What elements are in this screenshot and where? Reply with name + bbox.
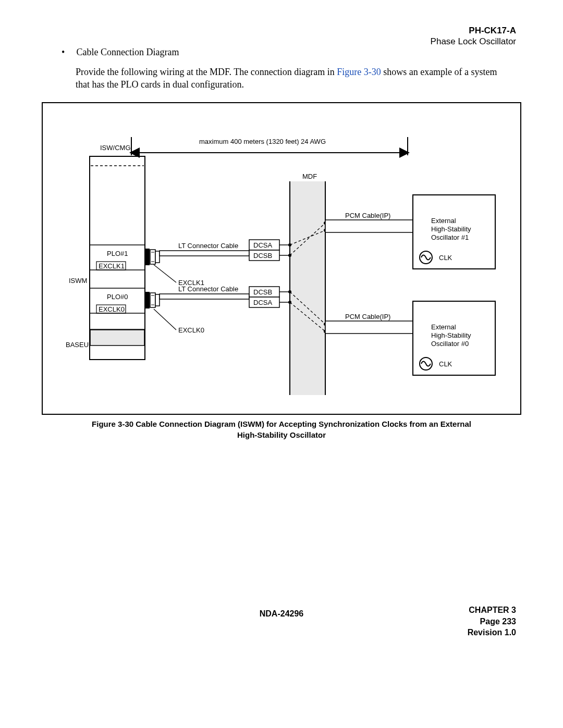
bullet-icon: • xyxy=(62,47,74,58)
plo0-label: PLO#0 xyxy=(107,293,128,301)
caption-line2: High-Stability Oscillator xyxy=(237,430,326,439)
exclk0-callout: EXCLK0 xyxy=(178,326,204,334)
svg-rect-18 xyxy=(155,294,160,306)
doc-code: PH-CK17-A xyxy=(431,25,516,36)
dcsb-1-label: DCSB xyxy=(253,252,272,260)
svg-point-36 xyxy=(288,243,291,246)
osc0-line1: External xyxy=(431,323,456,331)
osc0-line2: High-Stability xyxy=(431,331,471,339)
iswm-label: ISWM xyxy=(69,277,87,285)
osc1-line2: High-Stability xyxy=(431,225,471,233)
figure-frame: maximum 400 meters (1320 feet) 24 AWG IS… xyxy=(42,102,521,415)
svg-rect-16 xyxy=(145,292,150,309)
svg-rect-29 xyxy=(290,181,325,395)
footer-revision: Revision 1.0 xyxy=(468,627,516,638)
osc1-line3: Oscillator #1 xyxy=(431,233,469,241)
svg-rect-17 xyxy=(150,293,155,307)
svg-point-45 xyxy=(288,301,291,304)
mdf-label: MDF xyxy=(302,172,317,180)
dcsa-1-label: DCSA xyxy=(253,241,272,249)
isw-cmg-label: ISW/CMG xyxy=(100,144,131,152)
svg-rect-9 xyxy=(90,330,144,346)
connection-diagram: maximum 400 meters (1320 feet) 24 AWG IS… xyxy=(43,103,520,414)
baseu-label: BASEU xyxy=(66,341,89,349)
osc0-line3: Oscillator #0 xyxy=(431,340,469,348)
lt-connector-1 xyxy=(145,249,160,265)
footer-right: CHAPTER 3 Page 233 Revision 1.0 xyxy=(468,604,516,638)
pcm-cable-0-label: PCM Cable(IP) xyxy=(345,313,390,320)
osc1-clk-label: CLK xyxy=(439,254,452,262)
pcm-cable-1-label: PCM Cable(IP) xyxy=(345,212,390,219)
svg-rect-23 xyxy=(160,251,249,256)
figure-link[interactable]: Figure 3-30 xyxy=(337,67,381,77)
body-paragraph: Provide the following wiring at the MDF.… xyxy=(76,66,511,91)
svg-point-37 xyxy=(288,254,291,257)
plo1-label: PLO#1 xyxy=(107,250,128,257)
caption-line1: Figure 3-30 Cable Connection Diagram (IS… xyxy=(92,419,471,428)
dcsa-0-label: DCSA xyxy=(253,299,272,306)
osc0-clk-label: CLK xyxy=(439,360,452,368)
footer-chapter: CHAPTER 3 xyxy=(468,604,516,616)
lt-cable-0-label: LT Connector Cable xyxy=(178,285,238,293)
doc-subtitle: Phase Lock Oscillator xyxy=(431,36,516,47)
svg-rect-11 xyxy=(145,249,150,265)
figure-caption: Figure 3-30 Cable Connection Diagram (IS… xyxy=(42,418,521,440)
bullet-item: • Cable Connection Diagram xyxy=(62,47,179,58)
dcsb-0-label: DCSB xyxy=(253,288,272,296)
lt-connector-0 xyxy=(145,292,160,309)
svg-line-21 xyxy=(154,265,176,282)
svg-rect-48 xyxy=(325,220,413,232)
max-length-label: maximum 400 meters (1320 feet) 24 AWG xyxy=(199,138,326,145)
svg-rect-26 xyxy=(160,294,249,299)
svg-rect-13 xyxy=(155,251,160,263)
exclk0-port-label: EXCLK0 xyxy=(99,305,125,313)
lt-cable-1-label: LT Connector Cable xyxy=(178,242,238,250)
svg-rect-49 xyxy=(325,321,413,334)
header-right: PH-CK17-A Phase Lock Oscillator xyxy=(431,25,516,47)
svg-point-44 xyxy=(288,290,291,293)
svg-rect-12 xyxy=(150,250,155,264)
svg-line-22 xyxy=(154,309,176,330)
bullet-title: Cable Connection Diagram xyxy=(77,47,179,57)
footer-page: Page 233 xyxy=(468,616,516,627)
osc1-line1: External xyxy=(431,217,456,225)
para-pre: Provide the following wiring at the MDF.… xyxy=(76,67,337,77)
exclk1-port-label: EXCLK1 xyxy=(99,262,125,270)
